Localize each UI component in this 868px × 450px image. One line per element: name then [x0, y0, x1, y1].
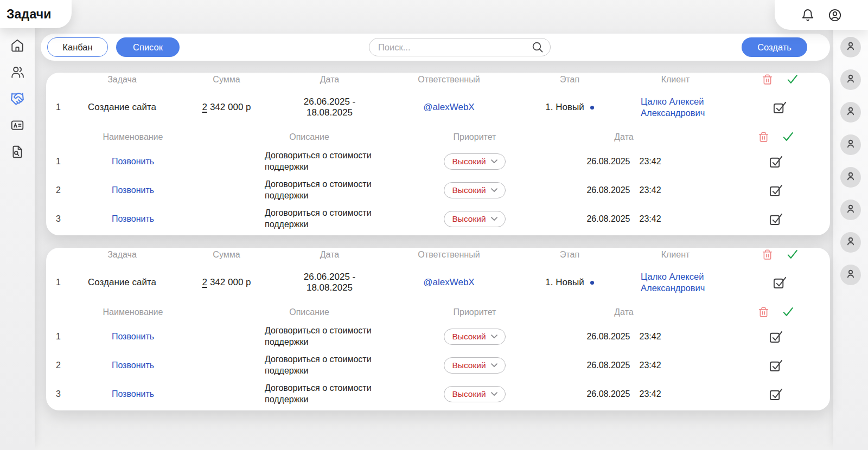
- delete-icon[interactable]: [757, 131, 769, 143]
- subtask-date[interactable]: 26.08.2025: [586, 332, 630, 342]
- client-link[interactable]: Цалко Алексей Александрович: [641, 96, 710, 118]
- col-name: Наименование: [71, 132, 195, 142]
- person-icon: [845, 105, 857, 119]
- subtask-date[interactable]: 26.08.2025: [586, 214, 630, 224]
- subtask-date[interactable]: 26.08.2025: [586, 157, 630, 166]
- row-checkbox[interactable]: [769, 358, 783, 372]
- subtask-row: 2 Позвонить Договориться о стоимости под…: [46, 351, 830, 380]
- task-row: 1 Создание сайта 2342 000 р 26.06.2025 -…: [46, 87, 830, 127]
- subtask-time[interactable]: 23:42: [640, 214, 661, 224]
- notifications-bell-icon[interactable]: [801, 8, 815, 22]
- subtask-name-link[interactable]: Позвонить: [71, 157, 195, 166]
- row-checkbox[interactable]: [773, 275, 787, 289]
- col-priority: Приоритет: [423, 132, 526, 142]
- search-input[interactable]: [369, 42, 532, 53]
- user-avatar[interactable]: [840, 37, 861, 57]
- user-avatar[interactable]: [840, 265, 861, 285]
- row-number: 3: [46, 389, 71, 399]
- row-number: 1: [46, 102, 71, 112]
- row-number: 2: [46, 185, 71, 195]
- user-avatar[interactable]: [840, 69, 861, 90]
- chevron-down-icon: [491, 390, 497, 398]
- delete-icon[interactable]: [757, 306, 769, 318]
- col-stage: Этап: [518, 250, 621, 260]
- priority-dropdown[interactable]: Высокий: [444, 329, 505, 345]
- row-checkbox[interactable]: [769, 212, 783, 226]
- col-description: Описание: [195, 132, 423, 142]
- subtask-name-link[interactable]: Позвонить: [71, 332, 195, 342]
- view-kanban-button[interactable]: Канбан: [47, 37, 108, 57]
- delete-icon[interactable]: [762, 74, 774, 86]
- subtask-time[interactable]: 23:42: [640, 361, 661, 370]
- user-avatar[interactable]: [840, 232, 861, 253]
- row-number: 1: [46, 157, 71, 166]
- person-icon: [845, 170, 857, 184]
- col-client: Клиент: [621, 75, 730, 85]
- responsible-link[interactable]: @alexWebX: [380, 102, 518, 113]
- row-checkbox[interactable]: [769, 183, 783, 197]
- confirm-check-icon[interactable]: [787, 249, 799, 261]
- subtask-name-link[interactable]: Позвонить: [71, 389, 195, 399]
- user-avatar[interactable]: [840, 167, 861, 188]
- sidebar-item-documents[interactable]: [10, 145, 25, 160]
- create-button[interactable]: Создать: [742, 37, 807, 57]
- person-icon: [845, 235, 857, 249]
- account-icon[interactable]: [828, 8, 842, 22]
- task-sum[interactable]: 2342 000 р: [174, 102, 279, 113]
- task-table-header: Задача Сумма Дата Ответственный Этап Кли…: [46, 73, 830, 87]
- left-sidebar: [0, 0, 35, 450]
- subtask-row: 1 Позвонить Договориться о стоимости под…: [46, 147, 830, 176]
- subtask-name-link[interactable]: Позвонить: [71, 361, 195, 370]
- col-stage: Этап: [518, 75, 621, 85]
- subtask-date[interactable]: 26.08.2025: [586, 361, 630, 370]
- subtask-time[interactable]: 23:42: [640, 389, 661, 399]
- search-icon[interactable]: [532, 41, 544, 53]
- sidebar-item-contacts[interactable]: [10, 66, 25, 80]
- page-title-tab: Задачи: [0, 0, 72, 28]
- responsible-link[interactable]: @alexWebX: [380, 277, 518, 288]
- confirm-check-icon[interactable]: [782, 131, 794, 143]
- task-sum[interactable]: 2342 000 р: [174, 277, 279, 288]
- delete-icon[interactable]: [762, 249, 774, 261]
- chevron-down-icon: [491, 361, 497, 369]
- sidebar-item-home[interactable]: [10, 39, 25, 54]
- subtask-description: Договориться о стоимости поддержки: [195, 208, 423, 230]
- priority-dropdown[interactable]: Высокий: [444, 357, 505, 374]
- priority-dropdown[interactable]: Высокий: [444, 211, 505, 227]
- confirm-check-icon[interactable]: [787, 74, 799, 86]
- user-avatar[interactable]: [840, 134, 861, 155]
- view-list-button[interactable]: Список: [116, 37, 180, 57]
- row-checkbox[interactable]: [769, 330, 783, 343]
- row-number: 2: [46, 361, 71, 370]
- sidebar-item-clients[interactable]: [10, 119, 25, 133]
- subtask-name-link[interactable]: Позвонить: [71, 214, 195, 224]
- task-rows: 1 Создание сайта 2342 000 р 26.06.2025 -…: [46, 87, 830, 127]
- person-icon: [845, 268, 857, 282]
- subtask-time[interactable]: 23:42: [640, 332, 661, 342]
- user-avatar[interactable]: [840, 200, 861, 220]
- col-date: Дата: [279, 250, 380, 260]
- subtask-time[interactable]: 23:42: [640, 157, 661, 166]
- stage-dot: [590, 106, 594, 110]
- priority-dropdown[interactable]: Высокий: [444, 182, 505, 198]
- user-avatar[interactable]: [840, 102, 861, 123]
- subtask-row: 2 Позвонить Договориться о стоимости под…: [46, 176, 830, 204]
- confirm-check-icon[interactable]: [782, 306, 794, 318]
- subtask-date[interactable]: 26.08.2025: [586, 389, 630, 399]
- subtask-time[interactable]: 23:42: [640, 185, 661, 195]
- client-link[interactable]: Цалко Алексей Александрович: [641, 271, 710, 293]
- subtask-name-link[interactable]: Позвонить: [71, 185, 195, 195]
- sidebar-item-deals[interactable]: [10, 92, 25, 107]
- deal-card: Задача Сумма Дата Ответственный Этап Кли…: [46, 73, 830, 235]
- task-table-header: Задача Сумма Дата Ответственный Этап Кли…: [46, 248, 830, 262]
- row-checkbox[interactable]: [769, 155, 783, 168]
- row-number: 1: [46, 332, 71, 342]
- priority-dropdown[interactable]: Высокий: [444, 386, 505, 402]
- row-checkbox[interactable]: [773, 100, 787, 114]
- priority-dropdown[interactable]: Высокий: [444, 153, 505, 170]
- subtask-row: 3 Позвонить Договориться о стоимости под…: [46, 380, 830, 408]
- task-rows: 1 Создание сайта 2342 000 р 26.06.2025 -…: [46, 262, 830, 303]
- row-checkbox[interactable]: [769, 387, 783, 401]
- subtask-date[interactable]: 26.08.2025: [586, 185, 630, 195]
- task-row: 1 Создание сайта 2342 000 р 26.06.2025 -…: [46, 262, 830, 303]
